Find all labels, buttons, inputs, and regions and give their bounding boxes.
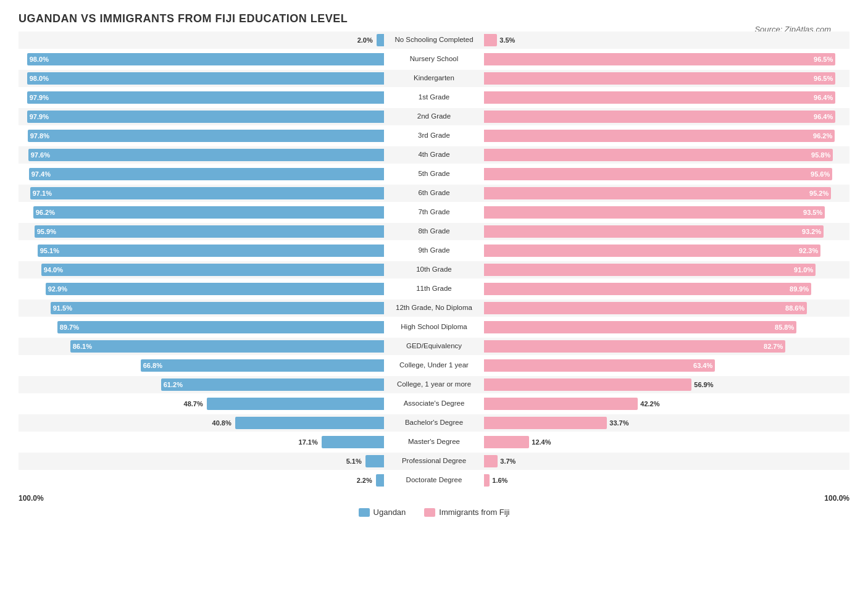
education-level-label: Doctorate Degree <box>384 476 485 485</box>
left-value: 5.1% <box>346 458 363 465</box>
chart-legend: Ugandan Immigrants from Fiji <box>19 508 849 517</box>
bar-row: 97.6%4th Grade95.8% <box>19 146 849 164</box>
chart-title: UGANDAN VS IMMIGRANTS FROM FIJI EDUCATIO… <box>19 12 849 25</box>
right-value: 96.2% <box>811 130 835 142</box>
right-value: 88.6% <box>783 302 807 314</box>
right-bar: 96.2% <box>484 130 835 142</box>
left-value: 98.0% <box>27 53 51 65</box>
education-level-label: 11th Grade <box>384 285 485 293</box>
left-value: 92.9% <box>46 283 70 295</box>
bar-row: 5.1%Professional Degree3.7% <box>19 453 849 470</box>
right-bar-section: 96.4% <box>484 108 849 125</box>
right-value: 95.8% <box>809 149 833 161</box>
education-level-label: Associate's Degree <box>384 399 485 408</box>
right-bar-section: 95.2% <box>484 185 849 202</box>
education-level-label: 10th Grade <box>384 265 485 274</box>
right-bar: 93.5% <box>484 206 825 219</box>
right-bar-section: 56.9% <box>484 376 849 393</box>
right-bar: 89.9% <box>484 283 811 295</box>
legend-ugandan-label: Ugandan <box>373 508 406 517</box>
left-bar <box>377 34 384 46</box>
right-value: 96.4% <box>811 111 835 123</box>
left-value: 17.1% <box>299 438 319 446</box>
right-bar-section: 3.7% <box>484 453 849 470</box>
left-bar: 98.0% <box>27 53 384 65</box>
axis-right-label: 100.0% <box>484 494 849 503</box>
chart-container: 2.0%No Schooling Completed3.5%98.0%Nurse… <box>19 31 849 489</box>
right-bar: 82.7% <box>484 340 785 353</box>
bar-row: 89.7%High School Diploma85.8% <box>19 319 849 336</box>
left-value: 94.0% <box>41 264 65 276</box>
left-value: 91.5% <box>51 302 75 314</box>
bar-row: 98.0%Kindergarten96.5% <box>19 70 849 87</box>
right-bar: 88.6% <box>484 302 807 314</box>
chart-footer: 100.0% 100.0% <box>19 494 849 503</box>
right-bar-section: 85.8% <box>484 319 849 336</box>
bar-row: 96.2%7th Grade93.5% <box>19 204 849 221</box>
bar-row: 66.8%College, Under 1 year63.4% <box>19 357 849 374</box>
education-level-label: 9th Grade <box>384 246 485 255</box>
bar-row: 97.8%3rd Grade96.2% <box>19 127 849 144</box>
right-bar-section: 1.6% <box>484 472 849 489</box>
right-bar-section: 42.2% <box>484 395 849 412</box>
left-bar: 97.1% <box>30 187 384 199</box>
left-bar-section: 86.1% <box>19 338 384 355</box>
right-bar-section: 92.3% <box>484 242 849 259</box>
right-bar-section: 3.5% <box>484 31 849 49</box>
right-bar: 96.5% <box>484 72 835 85</box>
right-value: 93.5% <box>801 206 825 219</box>
left-bar: 92.9% <box>46 283 384 295</box>
education-level-label: 5th Grade <box>384 170 485 178</box>
right-value: 33.7% <box>609 419 628 427</box>
education-level-label: Professional Degree <box>384 457 485 466</box>
right-value: 82.7% <box>761 340 785 353</box>
education-level-label: Master's Degree <box>384 438 485 446</box>
left-bar-section: 40.8% <box>19 414 384 432</box>
axis-left-label: 100.0% <box>19 494 384 503</box>
left-bar: 97.9% <box>27 111 384 123</box>
right-value: 96.5% <box>811 53 835 65</box>
education-level-label: 8th Grade <box>384 227 485 236</box>
left-bar-section: 95.9% <box>19 223 384 240</box>
left-bar-section: 97.9% <box>19 89 384 106</box>
right-bar <box>484 34 497 46</box>
education-level-label: 1st Grade <box>384 93 485 102</box>
left-bar: 97.4% <box>29 168 384 180</box>
bar-row: 98.0%Nursery School96.5% <box>19 51 849 68</box>
left-bar-section: 66.8% <box>19 357 384 374</box>
right-value: 89.9% <box>787 283 811 295</box>
left-value: 66.8% <box>141 359 165 372</box>
right-bar <box>484 378 691 391</box>
left-bar: 97.8% <box>28 130 384 142</box>
left-bar: 89.7% <box>57 321 384 333</box>
right-bar-section: 93.2% <box>484 223 849 240</box>
left-bar-section: 94.0% <box>19 261 384 278</box>
left-bar: 97.6% <box>28 149 384 161</box>
bar-row: 17.1%Master's Degree12.4% <box>19 433 849 451</box>
left-bar-section: 97.6% <box>19 146 384 164</box>
right-bar: 91.0% <box>484 264 816 276</box>
education-level-label: 12th Grade, No Diploma <box>384 304 485 312</box>
legend-ugandan-box <box>359 508 370 517</box>
right-bar: 96.5% <box>484 53 835 65</box>
right-bar-section: 95.8% <box>484 146 849 164</box>
education-level-label: GED/Equivalency <box>384 342 485 351</box>
education-level-label: Kindergarten <box>384 74 485 83</box>
left-bar-section: 98.0% <box>19 51 384 68</box>
bar-row: 97.9%2nd Grade96.4% <box>19 108 849 125</box>
left-bar: 98.0% <box>27 72 384 85</box>
right-value: 3.5% <box>499 36 515 44</box>
right-bar <box>484 455 498 467</box>
right-bar-section: 95.6% <box>484 165 849 183</box>
bar-row: 2.0%No Schooling Completed3.5% <box>19 31 849 49</box>
left-bar-section: 97.1% <box>19 185 384 202</box>
right-value: 95.6% <box>808 168 832 180</box>
right-bar-section: 96.5% <box>484 70 849 87</box>
bar-row: 95.1%9th Grade92.3% <box>19 242 849 259</box>
education-level-label: 6th Grade <box>384 189 485 198</box>
right-value: 85.8% <box>772 321 796 333</box>
left-value: 98.0% <box>27 72 51 85</box>
left-bar <box>207 398 384 410</box>
axis-labels: 100.0% 100.0% <box>19 494 849 503</box>
education-level-label: Bachelor's Degree <box>384 419 485 427</box>
